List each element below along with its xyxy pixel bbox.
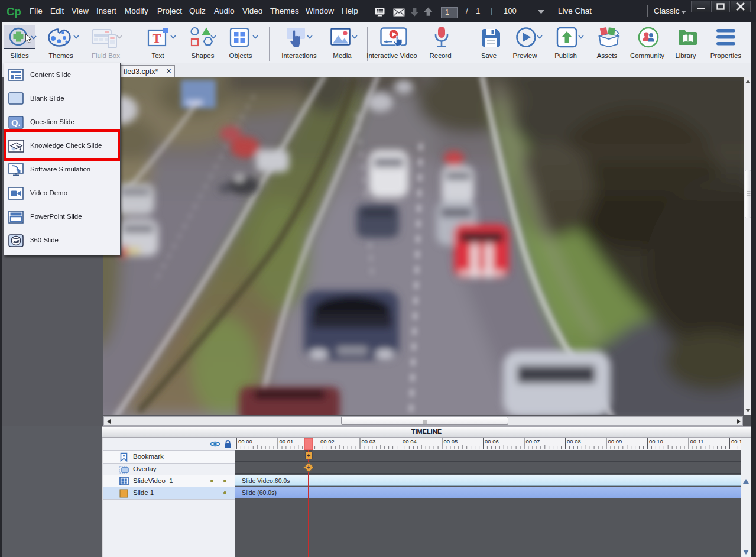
svg-text:00:10: 00:10 — [649, 438, 663, 445]
svg-text:00:02: 00:02 — [320, 438, 335, 445]
svg-text:00:07: 00:07 — [526, 438, 540, 445]
svg-text:Q.: Q. — [11, 118, 21, 128]
svg-text:T: T — [153, 31, 161, 46]
svg-text:00:08: 00:08 — [567, 438, 581, 445]
svg-text:00:03: 00:03 — [362, 438, 376, 445]
svg-text:00:06: 00:06 — [485, 438, 499, 445]
svg-text:00:05: 00:05 — [444, 438, 458, 445]
svg-text:00:09: 00:09 — [608, 438, 622, 445]
svg-text:00:11: 00:11 — [690, 438, 704, 445]
svg-text:00:01: 00:01 — [280, 438, 294, 445]
svg-text:00:04: 00:04 — [403, 438, 417, 445]
svg-text:00:00: 00:00 — [238, 438, 252, 445]
